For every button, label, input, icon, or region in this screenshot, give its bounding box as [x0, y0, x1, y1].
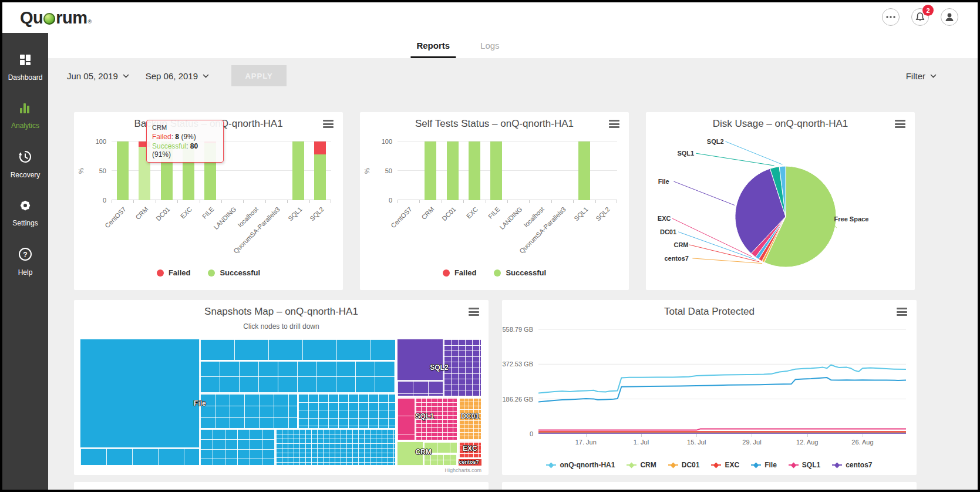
end-date-picker[interactable]: Sep 06, 2019	[137, 66, 217, 86]
bar-slot-DC01: DC01	[442, 141, 463, 200]
axis-tick	[177, 200, 178, 203]
notifications-button[interactable]: 2	[911, 8, 929, 26]
treemap-node-centos7[interactable]: centos7	[458, 459, 482, 466]
card-menu-icon[interactable]	[894, 119, 907, 129]
chart-subtitle: Click nodes to drill down	[74, 322, 489, 331]
axis-tick	[200, 200, 200, 203]
treemap-cells	[275, 429, 395, 466]
series-line-onQ-qnorth-HA1[interactable]	[538, 365, 906, 393]
sidebar-item-help[interactable]: ? Help	[2, 247, 48, 277]
x-tick-label: 29. Jul	[742, 439, 761, 446]
treemap-node-SQL1[interactable]: SQL1	[396, 397, 458, 441]
axis-tick	[287, 200, 288, 203]
axis-tick	[156, 200, 156, 203]
treemap-label: SQL1	[416, 412, 434, 420]
highcharts-credit[interactable]: Highcharts.com	[444, 467, 481, 473]
treemap-cells	[200, 429, 275, 466]
y-tick-label: 50	[99, 167, 106, 174]
x-category-label: EXC	[465, 205, 479, 220]
logo-text-suffix: rum	[56, 8, 87, 28]
bar-CRM[interactable]	[425, 141, 436, 200]
treemap-label: DC01	[461, 412, 479, 420]
axis-tick	[807, 434, 808, 437]
bar-SQL1[interactable]	[578, 141, 590, 200]
treemap-node-CRM[interactable]: CRM	[396, 441, 458, 466]
legend-diamond	[670, 462, 676, 468]
sidebar-item-recovery[interactable]: Recovery	[2, 149, 48, 179]
treemap-cells	[80, 339, 200, 448]
tab-logs[interactable]: Logs	[480, 33, 500, 58]
bar-SQL2[interactable]	[314, 141, 326, 200]
treemap-node-File[interactable]: File	[79, 338, 396, 466]
profile-button[interactable]	[941, 8, 958, 26]
bar-slot-LANDING: LANDING	[507, 141, 529, 200]
legend-item-EXC[interactable]: EXC	[711, 461, 739, 469]
partial-card	[502, 482, 917, 491]
bar-CentOS7[interactable]	[117, 141, 129, 200]
treemap-label: CRM	[416, 448, 432, 456]
bar-successful-segment	[490, 141, 502, 200]
top-header: Qu rum ® 2	[2, 2, 978, 33]
treemap-node-DC01[interactable]: DC01	[458, 397, 482, 441]
y-tick-label: 100	[96, 138, 106, 145]
legend-marker	[627, 463, 637, 468]
bar-DC01[interactable]	[447, 141, 459, 200]
bar-failed-segment	[314, 141, 326, 154]
axis-tick	[641, 434, 642, 437]
legend-item-DC01[interactable]: DC01	[668, 461, 700, 469]
card-menu-icon[interactable]	[322, 119, 335, 129]
axis-tick	[309, 200, 310, 203]
start-date-picker[interactable]: Jun 05, 2019	[59, 66, 137, 86]
treemap-cells	[298, 393, 396, 429]
disk-usage-plot: Free Spacecentos7CRMDC01EXCFileSQL1SQL2	[646, 134, 915, 290]
user-icon	[944, 12, 955, 22]
series-line-File[interactable]	[538, 378, 906, 402]
y-axis-title: %	[363, 168, 371, 174]
notification-badge: 2	[922, 5, 934, 16]
y-tick-label: 0	[389, 197, 392, 204]
quorum-logo[interactable]: Qu rum ®	[20, 8, 92, 28]
treemap-node-EXC[interactable]: EXC	[458, 441, 482, 459]
legend-diamond	[629, 462, 635, 468]
card-menu-icon[interactable]	[895, 307, 908, 316]
filter-label: Filter	[906, 71, 925, 81]
pie-label-SQL1: SQL1	[677, 150, 694, 157]
charts-row-1: Backup Status – onQ-qnorth-HA1 %050100Ce…	[74, 112, 978, 290]
pie-label-Free Space: Free Space	[834, 215, 869, 223]
disk-usage-card: Disk Usage – onQ-qnorth-HA1 Free Spacece…	[646, 112, 915, 290]
apply-button[interactable]: APPLY	[231, 65, 287, 86]
sidebar-item-settings[interactable]: Settings	[2, 198, 48, 227]
legend-item-Successful[interactable]: Successful	[494, 268, 546, 277]
chevron-down-icon	[930, 74, 937, 78]
tab-reports[interactable]: Reports	[416, 33, 450, 58]
legend-item-onQ-qnorth-HA1[interactable]: onQ-qnorth-HA1	[546, 461, 615, 469]
filter-dropdown[interactable]: Filter	[906, 71, 937, 81]
legend-item-Successful[interactable]: Successful	[208, 268, 260, 277]
bar-SQL1[interactable]	[292, 141, 304, 200]
series-line-SQL1[interactable]	[538, 429, 906, 430]
legend-item-Failed[interactable]: Failed	[443, 268, 477, 277]
card-menu-icon[interactable]	[467, 307, 480, 316]
bar-EXC[interactable]	[469, 141, 480, 200]
legend-item-File[interactable]: File	[751, 461, 777, 469]
sidebar-label: Dashboard	[8, 73, 43, 82]
more-button[interactable]	[882, 8, 900, 26]
snapshots-map-plot: FileSQL2SQL1DC01CRMEXCcentos7	[79, 338, 482, 466]
legend-item-CRM[interactable]: CRM	[627, 461, 656, 469]
legend-item-centos7[interactable]: centos7	[832, 461, 872, 469]
x-category-label: CRM	[420, 205, 435, 221]
card-menu-icon[interactable]	[608, 119, 621, 129]
legend-label: SQL1	[802, 461, 820, 469]
legend-item-SQL1[interactable]: SQL1	[789, 461, 820, 469]
treemap-node-SQL2[interactable]: SQL2	[396, 338, 482, 397]
sidebar-item-analytics[interactable]: Analytics	[2, 101, 48, 130]
chevron-down-icon	[123, 74, 129, 78]
line-chart-svg	[538, 323, 906, 434]
bar-slot-localhost: localhost	[243, 141, 265, 200]
bar-FILE[interactable]	[490, 141, 502, 200]
legend-item-Failed[interactable]: Failed	[157, 268, 191, 277]
sidebar-item-dashboard[interactable]: Dashboard	[2, 53, 48, 82]
treemap-cells	[443, 339, 481, 396]
chart-title: Snapshots Map – onQ-qnorth-HA1	[92, 306, 471, 318]
bar-slot-SQL2: SQL2	[309, 141, 331, 200]
